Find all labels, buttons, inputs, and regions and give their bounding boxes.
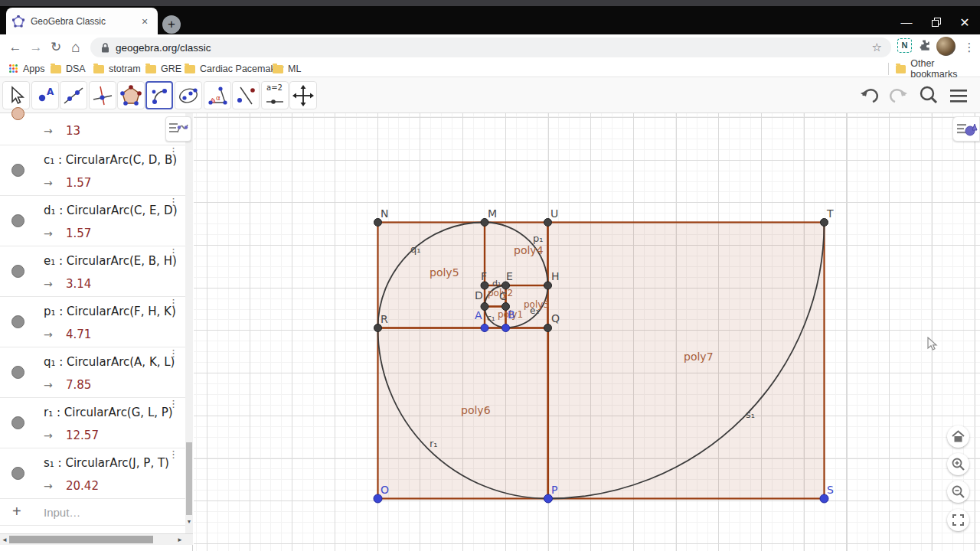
bookmark-apps[interactable]: Apps xyxy=(9,60,45,77)
zoom-in-button[interactable] xyxy=(947,453,969,475)
algebra-vertical-scrollbar[interactable]: ▼ xyxy=(185,113,193,533)
tool-point-button[interactable]: A xyxy=(31,81,59,109)
bookmark-dsa[interactable]: DSA xyxy=(51,60,86,77)
notion-extension-icon[interactable]: N xyxy=(897,38,912,53)
tool-reflect-button[interactable] xyxy=(232,81,260,109)
back-icon[interactable]: ← xyxy=(5,37,26,58)
point-E[interactable] xyxy=(502,282,510,289)
algebra-entry-q1[interactable]: q₁ : CircularArc(A, K, L) → 7.85 ⋮ xyxy=(0,347,185,398)
home-icon[interactable]: ⌂ xyxy=(65,37,87,58)
undo-button[interactable] xyxy=(858,83,882,108)
fullscreen-button[interactable] xyxy=(947,509,969,531)
graphics-style-bar-button[interactable] xyxy=(952,116,980,142)
algebra-entry-d1[interactable]: d₁ : CircularArc(C, E, D) → 1.57 ⋮ xyxy=(0,196,185,246)
tab-close-icon[interactable]: × xyxy=(138,15,152,28)
visibility-toggle[interactable] xyxy=(11,467,24,480)
extensions-puzzle-icon[interactable] xyxy=(918,39,931,52)
redo-button[interactable] xyxy=(886,83,910,108)
new-tab-button[interactable]: + xyxy=(162,15,181,34)
point-Q[interactable] xyxy=(544,324,552,332)
window-minimize-button[interactable]: — xyxy=(895,14,918,34)
algebra-entry-e1[interactable]: e₁ : CircularArc(E, B, H) → 3.14 ⋮ xyxy=(0,246,185,297)
point-T[interactable] xyxy=(821,219,828,227)
scroll-left-icon[interactable]: ◄ xyxy=(2,536,8,543)
bookmark-cardiac-pacemaker[interactable]: Cardiac Pacemaker xyxy=(185,60,284,77)
algebra-horizontal-scrollbar[interactable]: ◄ ► xyxy=(0,533,193,545)
tool-line-button[interactable] xyxy=(60,81,87,109)
tool-conic-button[interactable] xyxy=(175,81,202,109)
point-F-label: F xyxy=(481,270,487,282)
point-F[interactable] xyxy=(481,282,488,289)
visibility-toggle[interactable] xyxy=(11,416,24,429)
tool-move-graphics-button[interactable] xyxy=(289,81,317,109)
browser-tab[interactable]: GeoGebra Classic × xyxy=(6,8,158,34)
reload-icon[interactable]: ↻ xyxy=(45,37,67,58)
other-bookmarks[interactable]: Other bookmarks xyxy=(896,60,980,77)
tool-angle-button[interactable]: α xyxy=(204,81,231,109)
visibility-toggle[interactable] xyxy=(11,265,24,278)
algebra-style-bar-button[interactable] xyxy=(165,116,191,142)
undo-icon xyxy=(858,83,882,108)
entry-menu-kebab-icon[interactable]: ⋮ xyxy=(168,149,178,154)
scroll-down-icon[interactable]: ▼ xyxy=(185,519,193,524)
url-text[interactable]: geogebra.org/classic xyxy=(116,42,872,54)
window-frame-strip xyxy=(0,0,980,6)
home-view-button[interactable] xyxy=(947,425,969,448)
browser-menu-kebab-icon[interactable]: ⋮ xyxy=(959,37,980,58)
bookmark-ml[interactable]: ML xyxy=(273,60,301,77)
scrollbar-thumb[interactable] xyxy=(9,536,153,543)
point-B-label: B xyxy=(508,308,515,321)
visibility-toggle[interactable] xyxy=(11,164,24,177)
visibility-toggle[interactable] xyxy=(11,107,24,120)
window-restore-button[interactable] xyxy=(924,14,947,34)
entry-menu-kebab-icon[interactable]: ⋮ xyxy=(168,200,178,204)
zoom-out-button[interactable] xyxy=(947,481,969,503)
algebra-input-row[interactable]: + Input… xyxy=(0,499,185,526)
point-N[interactable] xyxy=(374,219,382,227)
tool-circular-arc-button[interactable] xyxy=(145,81,173,109)
entry-menu-kebab-icon[interactable]: ⋮ xyxy=(168,351,178,356)
point-M[interactable] xyxy=(481,219,488,227)
tool-polygon-button[interactable] xyxy=(117,81,145,109)
point-B[interactable] xyxy=(502,324,510,332)
entry-definition: q₁ : CircularArc(A, K, L) xyxy=(44,355,175,369)
entry-menu-kebab-icon[interactable]: ⋮ xyxy=(168,250,178,255)
point-U[interactable] xyxy=(544,219,552,227)
algebra-entry-s1[interactable]: s₁ : CircularArc(J, P, T) → 20.42 ⋮ xyxy=(0,448,185,499)
avatar[interactable] xyxy=(936,37,956,56)
point-R[interactable] xyxy=(374,324,382,332)
address-bar[interactable]: geogebra.org/classic ☆ xyxy=(90,37,891,57)
visibility-toggle[interactable] xyxy=(11,214,24,227)
add-input-icon[interactable]: + xyxy=(12,503,21,520)
algebra-entry-partial[interactable]: → 13 xyxy=(0,113,185,145)
visibility-toggle[interactable] xyxy=(11,315,24,328)
bookmark-stotram[interactable]: stotram xyxy=(93,60,141,77)
tool-slider-button[interactable]: a=2 xyxy=(261,81,289,109)
entry-menu-kebab-icon[interactable]: ⋮ xyxy=(168,402,178,406)
visibility-toggle[interactable] xyxy=(11,366,24,379)
bookmark-gre[interactable]: GRE xyxy=(145,60,181,77)
bookmark-star-icon[interactable]: ☆ xyxy=(872,41,882,54)
tool-move-button[interactable] xyxy=(2,81,30,109)
forward-icon[interactable]: → xyxy=(25,37,47,58)
algebra-entry-r1[interactable]: r₁ : CircularArc(G, L, P) → 12.57 ⋮ xyxy=(0,398,185,448)
algebra-entry-p1[interactable]: p₁ : CircularArc(F, H, K) → 4.71 ⋮ xyxy=(0,297,185,347)
entry-value: 7.85 xyxy=(66,378,91,392)
entry-definition: r₁ : CircularArc(G, L, P) xyxy=(44,406,173,419)
point-H[interactable] xyxy=(544,282,552,289)
graphics-view[interactable]: poly5 poly4 poly7 poly6 poly3 poly2 poly… xyxy=(194,113,980,551)
algebra-input-placeholder[interactable]: Input… xyxy=(44,506,80,519)
tool-perpendicular-line-button[interactable] xyxy=(89,81,116,109)
scroll-right-icon[interactable]: ► xyxy=(177,536,183,543)
window-close-button[interactable]: ✕ xyxy=(953,14,976,34)
algebra-entry-c1[interactable]: c₁ : CircularArc(C, D, B) → 1.57 ⋮ xyxy=(0,145,185,196)
entry-menu-kebab-icon[interactable]: ⋮ xyxy=(168,452,178,457)
point-A[interactable] xyxy=(481,324,488,332)
bookmark-label: Cardiac Pacemaker xyxy=(200,64,284,74)
line-tool-icon xyxy=(62,84,85,107)
main-menu-button[interactable] xyxy=(946,83,971,108)
search-button[interactable] xyxy=(916,83,941,108)
other-bookmarks-label: Other bookmarks xyxy=(910,58,980,80)
entry-menu-kebab-icon[interactable]: ⋮ xyxy=(168,301,178,305)
scrollbar-thumb[interactable] xyxy=(186,442,192,515)
